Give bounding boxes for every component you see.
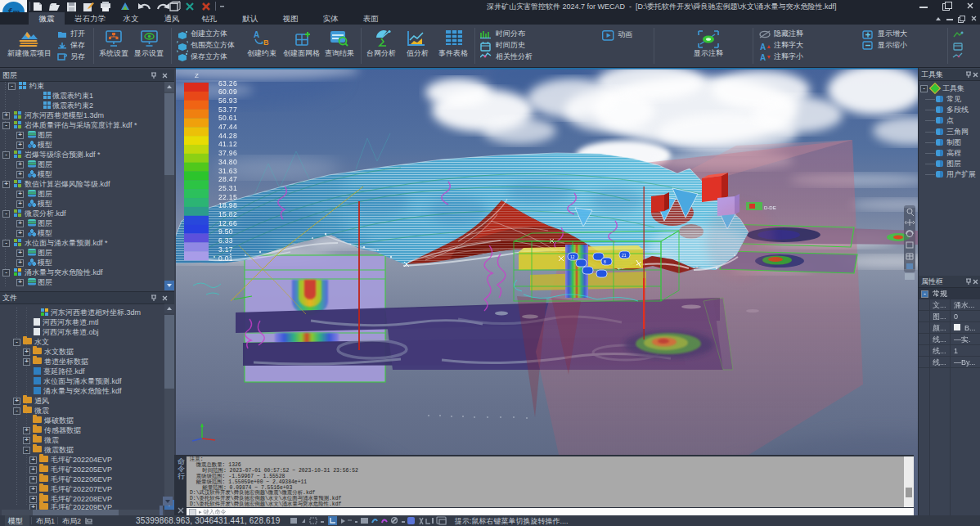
svg-text:A: A xyxy=(254,30,259,39)
svg-text:12.66: 12.66 xyxy=(218,219,237,227)
svg-text:25.31: 25.31 xyxy=(218,184,237,192)
svg-text:22.15: 22.15 xyxy=(218,193,237,201)
svg-text:15.82: 15.82 xyxy=(218,210,237,218)
svg-text:12: 12 xyxy=(570,254,575,259)
svg-text:9.50: 9.50 xyxy=(218,227,233,236)
svg-text:3.17: 3.17 xyxy=(218,245,233,254)
svg-text:50.61: 50.61 xyxy=(218,114,237,122)
svg-text:63.26: 63.26 xyxy=(218,79,237,88)
svg-text:0.01: 0.01 xyxy=(218,254,233,263)
svg-text:A: A xyxy=(760,53,766,61)
svg-text:8: 8 xyxy=(604,259,606,264)
svg-text:41.12: 41.12 xyxy=(218,140,237,148)
svg-text:21: 21 xyxy=(622,253,627,258)
svg-text:44.28: 44.28 xyxy=(218,132,237,140)
svg-text:37.96: 37.96 xyxy=(218,149,237,157)
svg-text:28.47: 28.47 xyxy=(218,175,237,183)
svg-text:31.63: 31.63 xyxy=(218,167,237,175)
svg-text:60.09: 60.09 xyxy=(218,88,237,96)
svg-text:18.98: 18.98 xyxy=(218,201,237,209)
svg-text:53.77: 53.77 xyxy=(218,106,237,114)
svg-text:A: A xyxy=(760,43,766,52)
svg-text:34.80: 34.80 xyxy=(218,158,237,166)
svg-text:47.44: 47.44 xyxy=(218,123,237,131)
svg-text:6.33: 6.33 xyxy=(218,236,233,245)
svg-text:Z: Z xyxy=(195,72,199,79)
svg-text:D-DE: D-DE xyxy=(764,205,776,210)
svg-text:B: B xyxy=(263,38,269,47)
svg-text:56.93: 56.93 xyxy=(218,97,237,105)
